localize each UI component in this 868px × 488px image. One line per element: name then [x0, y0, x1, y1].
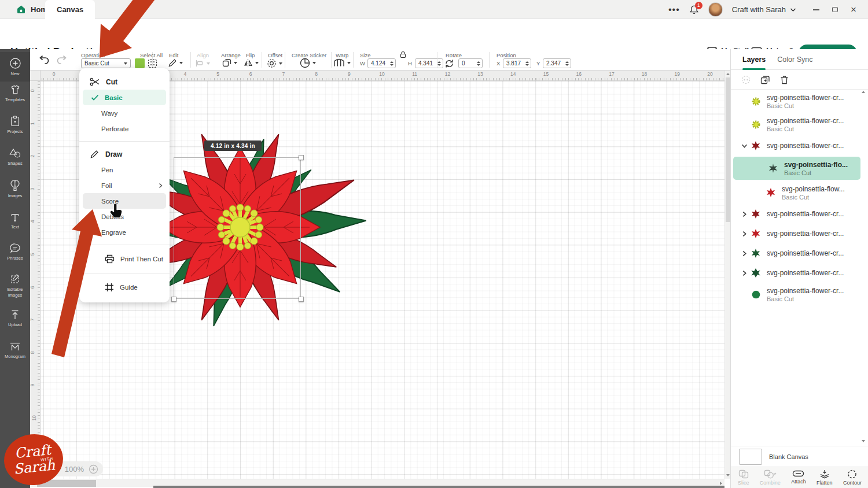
- window-close-button[interactable]: ×: [851, 4, 856, 16]
- zoom-in-icon[interactable]: [89, 464, 98, 474]
- tab-canvas-label: Canvas: [57, 5, 83, 14]
- tab-layers[interactable]: Layers: [742, 49, 766, 70]
- rotate-input[interactable]: 0: [458, 58, 483, 68]
- y-input[interactable]: 2.347: [543, 58, 571, 68]
- layer-row[interactable]: svg-poinsettia-flow... Basic Cut: [731, 181, 863, 204]
- tab-color-sync[interactable]: Color Sync: [777, 49, 812, 70]
- selection-handle-bottom-left[interactable]: [171, 297, 176, 302]
- redo-button[interactable]: [56, 54, 68, 65]
- create-sticker-button[interactable]: [300, 58, 316, 68]
- window-minimize-button[interactable]: [813, 9, 819, 10]
- more-menu-icon[interactable]: •••: [668, 5, 680, 15]
- sidebar-item-phrases[interactable]: Phrases: [0, 243, 30, 261]
- sidebar-item-shapes[interactable]: Shapes: [0, 147, 30, 167]
- canvas-color-swatch[interactable]: [739, 449, 762, 465]
- scroll-up-icon[interactable]: [726, 73, 730, 75]
- menu-item-guide[interactable]: Guide: [79, 278, 170, 297]
- scroll-up-icon[interactable]: [862, 91, 865, 93]
- sidebar-item-text[interactable]: Text: [0, 212, 30, 230]
- contour-button[interactable]: Contour: [843, 469, 862, 486]
- layer-row[interactable]: svg-poinsettia-flower-cr...: [731, 204, 863, 224]
- menu-item-deboss[interactable]: Deboss: [79, 209, 170, 224]
- lock-icon[interactable]: [399, 51, 407, 58]
- scroll-right-icon[interactable]: [720, 482, 722, 485]
- layer-row[interactable]: svg-poinsettia-flower-cr...: [731, 224, 863, 243]
- scroll-down-icon[interactable]: [862, 440, 865, 442]
- avatar[interactable]: [708, 2, 723, 17]
- layer-row[interactable]: svg-poinsettia-flo... Basic Cut: [733, 157, 860, 180]
- selection-handle-top-right[interactable]: [299, 155, 304, 160]
- tab-canvas[interactable]: Canvas: [45, 0, 95, 19]
- sidebar-item-new[interactable]: New: [0, 52, 30, 82]
- account-menu[interactable]: Craft with Sarah: [732, 5, 796, 14]
- combine-button[interactable]: Combine: [760, 469, 781, 486]
- menu-item-perforate[interactable]: Perforate: [79, 121, 170, 136]
- layer-row[interactable]: svg-poinsettia-flower-cr...: [731, 243, 863, 263]
- layer-row[interactable]: svg-poinsettia-flower-cr... Basic Cut: [731, 113, 863, 136]
- delete-icon[interactable]: [780, 75, 789, 84]
- layer-chevron-icon[interactable]: [741, 270, 749, 276]
- warp-button[interactable]: [333, 58, 351, 67]
- menu-item-basic[interactable]: Basic: [83, 90, 166, 105]
- group-select-icon[interactable]: [741, 75, 751, 84]
- sidebar-item-templates[interactable]: Templates: [0, 84, 30, 103]
- sidebar-item-projects[interactable]: Projects: [0, 116, 30, 135]
- x-stepper[interactable]: [524, 61, 529, 66]
- ruler-number: 5: [216, 71, 219, 77]
- offset-button[interactable]: [267, 58, 282, 68]
- layer-chevron-icon[interactable]: [741, 231, 749, 237]
- align-button[interactable]: [196, 60, 210, 67]
- layer-row[interactable]: svg-poinsettia-flower-cr... Basic Cut: [731, 283, 863, 306]
- menu-item-print-then-cut[interactable]: Print Then Cut: [79, 250, 170, 268]
- menu-item-score[interactable]: Score: [83, 193, 166, 209]
- scroll-down-icon[interactable]: [726, 474, 730, 476]
- sidebar-item-editable-images[interactable]: Editable Images: [0, 273, 30, 298]
- color-swatch[interactable]: [135, 58, 145, 68]
- selection-handle-bottom-right[interactable]: [299, 297, 304, 302]
- operation-value: Basic Cut: [84, 60, 109, 66]
- rotate-icon[interactable]: [444, 59, 454, 68]
- operation-menu: Cut Basic Wavy Perforate Draw Pen Foil S…: [79, 68, 170, 302]
- flatten-button[interactable]: Flatten: [816, 469, 833, 486]
- flip-button[interactable]: [243, 58, 259, 67]
- sidebar-item-images[interactable]: Images: [0, 179, 30, 199]
- menu-item-foil[interactable]: Foil: [79, 178, 170, 193]
- window-maximize-button[interactable]: [832, 7, 838, 12]
- layer-chevron-icon[interactable]: [741, 211, 749, 217]
- layer-row[interactable]: svg-poinsettia-flower-cr...: [731, 136, 863, 156]
- selection-bounding-box[interactable]: [174, 157, 301, 299]
- layer-row[interactable]: svg-poinsettia-flower-cr...: [731, 263, 863, 283]
- ruler-number: 9: [30, 384, 35, 387]
- width-input[interactable]: 4.124: [367, 58, 396, 68]
- layer-list-scrollbar[interactable]: [861, 91, 867, 442]
- layer-chevron-icon[interactable]: [741, 143, 749, 149]
- notifications-bell-icon[interactable]: 1: [689, 5, 699, 15]
- y-stepper[interactable]: [564, 61, 569, 66]
- select-all-button[interactable]: [148, 58, 157, 68]
- x-input[interactable]: 3.817: [503, 58, 531, 68]
- blank-canvas-row[interactable]: Blank Canvas: [731, 446, 868, 467]
- duplicate-icon[interactable]: [760, 75, 770, 84]
- operation-dropdown[interactable]: Basic Cut: [81, 58, 131, 68]
- arrange-label: Arrange: [221, 52, 241, 58]
- layer-icon: [767, 164, 779, 173]
- width-label: W: [360, 60, 365, 66]
- menu-item-wavy[interactable]: Wavy: [79, 105, 170, 121]
- arrange-button[interactable]: [222, 58, 237, 67]
- menu-item-pen[interactable]: Pen: [79, 162, 170, 178]
- v-scrollbar[interactable]: [724, 71, 730, 479]
- layer-chevron-icon[interactable]: [741, 250, 749, 257]
- layer-name: svg-poinsettia-flower-cr...: [767, 142, 844, 150]
- height-input[interactable]: 4.341: [415, 58, 443, 68]
- v-scroll-thumb[interactable]: [726, 77, 730, 222]
- sidebar-item-monogram[interactable]: Monogram: [0, 341, 30, 360]
- layer-row[interactable]: svg-poinsettia-flower-cr... Basic Cut: [731, 90, 863, 113]
- rotate-stepper[interactable]: [475, 61, 480, 66]
- attach-button[interactable]: Attach: [791, 469, 806, 485]
- edit-button[interactable]: [168, 58, 183, 68]
- sidebar-item-upload[interactable]: Upload: [0, 309, 30, 328]
- menu-item-engrave[interactable]: Engrave: [79, 224, 170, 240]
- width-stepper[interactable]: [388, 61, 393, 66]
- undo-button[interactable]: [38, 54, 50, 65]
- slice-button[interactable]: Slice: [738, 469, 749, 486]
